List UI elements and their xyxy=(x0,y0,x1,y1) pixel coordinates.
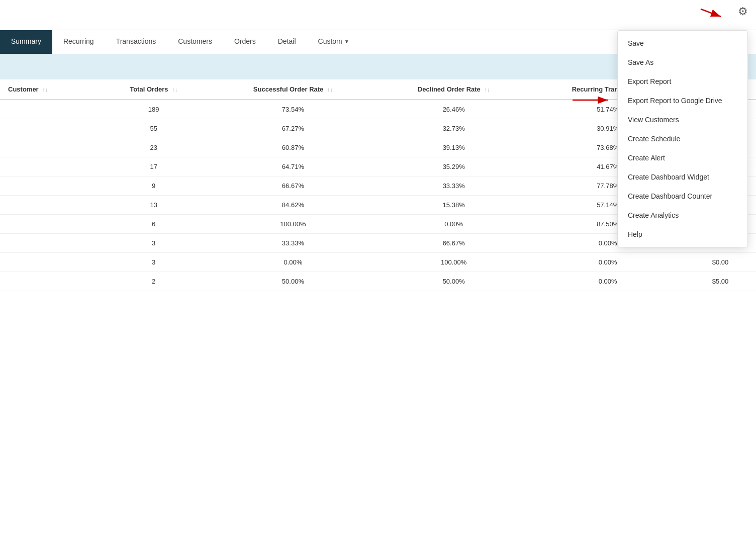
tab-summary[interactable]: Summary xyxy=(0,30,52,54)
svg-line-1 xyxy=(701,9,721,17)
table-row: 30.00%100.00%0.00%$0.00 xyxy=(0,253,756,272)
menu-item-export-report[interactable]: Export Report xyxy=(618,72,747,91)
dropdown-menu: Save Save As Export Report Export Report… xyxy=(617,30,748,247)
tab-recurring[interactable]: Recurring xyxy=(52,30,105,54)
tab-detail[interactable]: Detail xyxy=(267,30,307,54)
table-row: 250.00%50.00%0.00%$5.00 xyxy=(0,272,756,291)
custom-dropdown-arrow: ▼ xyxy=(344,39,349,44)
menu-item-help[interactable]: Help xyxy=(618,225,747,244)
menu-item-create-schedule[interactable]: Create Schedule xyxy=(618,129,747,148)
menu-item-view-customers[interactable]: View Customers xyxy=(618,110,747,129)
top-bar: ⚙ xyxy=(0,0,756,30)
col-header-customer[interactable]: Customer ↑↓ xyxy=(0,79,98,100)
tab-orders[interactable]: Orders xyxy=(223,30,267,54)
menu-item-create-dashboard-counter[interactable]: Create Dashboard Counter xyxy=(618,187,747,206)
menu-item-export-google-drive[interactable]: Export Report to Google Drive xyxy=(618,91,747,110)
sort-icon-customer: ↑↓ xyxy=(42,86,48,93)
col-header-total-orders[interactable]: Total Orders ↑↓ xyxy=(98,79,210,100)
menu-item-create-dashboard-widget[interactable]: Create Dashboard Widget xyxy=(618,167,747,187)
menu-item-create-alert[interactable]: Create Alert xyxy=(618,148,747,167)
tab-transactions[interactable]: Transactions xyxy=(105,30,167,54)
sort-icon-successful-order-rate: ↑↓ xyxy=(327,86,333,93)
sort-icon-declined-order-rate: ↑↓ xyxy=(484,86,490,93)
col-header-successful-order-rate[interactable]: Successful Order Rate ↑↓ xyxy=(210,79,376,100)
tab-customers[interactable]: Customers xyxy=(167,30,223,54)
menu-item-save-as[interactable]: Save As xyxy=(618,53,747,72)
tab-custom[interactable]: Custom ▼ xyxy=(307,30,360,54)
menu-item-create-analytics[interactable]: Create Analytics xyxy=(618,206,747,225)
col-header-declined-order-rate[interactable]: Declined Order Rate ↑↓ xyxy=(376,79,531,100)
gear-button[interactable]: ⚙ xyxy=(738,5,748,18)
sort-icon-total-orders: ↑↓ xyxy=(172,86,177,93)
red-arrow-gear xyxy=(701,4,731,24)
menu-item-save[interactable]: Save xyxy=(618,34,747,53)
